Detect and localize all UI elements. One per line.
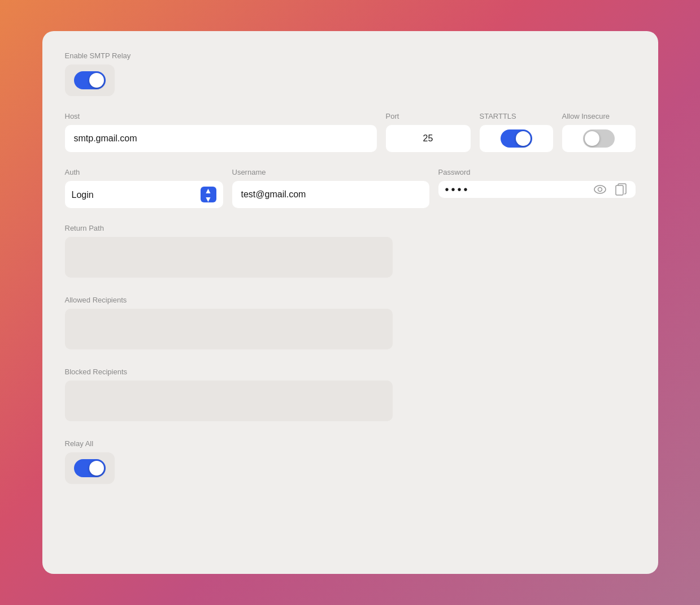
auth-select-wrap: Login Plain CRAMMD5 ▲ ▼ bbox=[65, 181, 223, 208]
relay-all-label: Relay All bbox=[65, 439, 636, 448]
password-copy-button[interactable] bbox=[613, 181, 629, 198]
return-path-input[interactable] bbox=[65, 237, 393, 278]
password-label: Password bbox=[438, 168, 636, 176]
relay-all-toggle-thumb bbox=[89, 461, 104, 476]
password-icons bbox=[592, 181, 629, 198]
blocked-recipients-input[interactable] bbox=[65, 381, 393, 421]
starttls-col: STARTTLS bbox=[480, 112, 553, 152]
username-input[interactable] bbox=[232, 181, 429, 208]
starttls-toggle[interactable] bbox=[501, 129, 532, 148]
allow-insecure-label: Allow Insecure bbox=[562, 112, 636, 120]
allow-insecure-toggle-wrap bbox=[562, 125, 636, 152]
blocked-recipients-label: Blocked Recipients bbox=[65, 368, 636, 376]
blocked-recipients-section: Blocked Recipients bbox=[65, 368, 636, 424]
svg-point-0 bbox=[594, 185, 606, 193]
allow-insecure-toggle[interactable] bbox=[583, 129, 615, 148]
select-arrow: ▲ ▼ bbox=[201, 187, 216, 202]
enable-smtp-toggle[interactable] bbox=[74, 71, 106, 89]
svg-point-1 bbox=[598, 188, 602, 192]
relay-all-toggle-wrap bbox=[65, 452, 115, 484]
allowed-recipients-section: Allowed Recipients bbox=[65, 296, 636, 352]
port-col: Port bbox=[386, 112, 471, 152]
port-input[interactable] bbox=[386, 125, 471, 152]
host-label: Host bbox=[65, 112, 377, 120]
return-path-section: Return Path bbox=[65, 224, 636, 280]
svg-rect-2 bbox=[616, 185, 623, 195]
starttls-toggle-wrap bbox=[480, 125, 553, 152]
allow-insecure-col: Allow Insecure bbox=[562, 112, 636, 152]
auth-select[interactable]: Login Plain CRAMMD5 bbox=[72, 190, 201, 200]
password-dots: •••• bbox=[445, 183, 592, 196]
return-path-label: Return Path bbox=[65, 224, 636, 232]
chevron-up-down-icon: ▲ ▼ bbox=[205, 187, 212, 203]
port-label: Port bbox=[386, 112, 471, 120]
starttls-label: STARTTLS bbox=[480, 112, 553, 120]
enable-smtp-label: Enable SMTP Relay bbox=[65, 51, 636, 60]
password-field-wrap: Password •••• bbox=[438, 168, 636, 198]
allow-insecure-toggle-thumb bbox=[585, 131, 599, 146]
host-input[interactable] bbox=[65, 125, 377, 152]
enable-smtp-toggle-thumb bbox=[89, 73, 104, 88]
host-row-section: Host Port STARTTLS Allow Insecure bbox=[65, 112, 636, 152]
host-col: Host bbox=[65, 112, 377, 152]
auth-label: Auth bbox=[65, 168, 223, 176]
auth-row-section: Auth Login Plain CRAMMD5 ▲ ▼ bbox=[65, 168, 636, 208]
smtp-settings-panel: Enable SMTP Relay Host Port STARTTLS bbox=[42, 31, 658, 574]
password-reveal-button[interactable] bbox=[592, 183, 608, 196]
relay-all-section: Relay All bbox=[65, 439, 636, 484]
username-col: Username bbox=[232, 168, 429, 208]
enable-smtp-toggle-wrap bbox=[65, 64, 115, 96]
enable-smtp-section: Enable SMTP Relay bbox=[65, 51, 636, 96]
relay-all-toggle[interactable] bbox=[74, 459, 106, 477]
starttls-toggle-thumb bbox=[516, 131, 531, 146]
password-input-wrap: •••• bbox=[438, 181, 636, 198]
auth-col: Auth Login Plain CRAMMD5 ▲ ▼ bbox=[65, 168, 223, 208]
eye-icon bbox=[594, 185, 606, 194]
auth-row: Auth Login Plain CRAMMD5 ▲ ▼ bbox=[65, 168, 636, 208]
host-row: Host Port STARTTLS Allow Insecure bbox=[65, 112, 636, 152]
username-label: Username bbox=[232, 168, 429, 176]
allowed-recipients-label: Allowed Recipients bbox=[65, 296, 636, 304]
copy-icon bbox=[615, 183, 627, 196]
password-col: Password •••• bbox=[438, 168, 636, 198]
allowed-recipients-input[interactable] bbox=[65, 309, 393, 349]
